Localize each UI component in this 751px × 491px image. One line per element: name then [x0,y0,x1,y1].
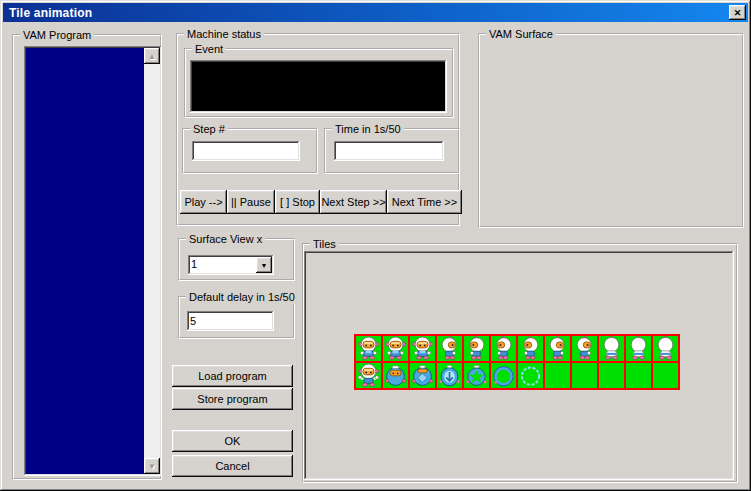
tile-bomber-arms-spread[interactable] [356,363,381,388]
vam-program-scrollbar[interactable]: ▲ ▼ [144,48,160,474]
tile-morph-orb-arrow[interactable] [437,363,462,388]
default-delay-label: Default delay in 1s/50 [186,290,298,304]
tile-grid [354,334,680,390]
tile-empty[interactable] [653,363,678,388]
tile-empty[interactable] [572,363,597,388]
load-program-button[interactable]: Load program [172,365,293,387]
scroll-up-icon: ▲ [148,52,156,61]
cancel-button[interactable]: Cancel [172,455,293,477]
scrollbar-down-button[interactable]: ▼ [144,458,160,474]
surface-view-label: Surface View x [186,232,265,246]
tile-bomber-side-right[interactable] [437,336,462,361]
event-label: Event [192,42,226,56]
transport-controls: Play --> || Pause [ ] Stop Next Step >> … [180,190,462,214]
store-program-button[interactable]: Store program [172,388,293,410]
titlebar[interactable]: Tile animation ✕ [3,3,748,22]
time-input[interactable] [334,141,444,161]
surface-view-value: 1 [191,258,197,270]
vam-surface-group: VAM Surface [478,33,744,228]
tile-bomber-front[interactable] [356,336,381,361]
tile-bomber-side-left[interactable] [464,336,489,361]
next-step-button[interactable]: Next Step >> [320,190,387,214]
ok-button[interactable]: OK [172,430,293,452]
step-label: Step # [190,122,228,136]
tile-bomber-back[interactable] [653,336,678,361]
close-icon: ✕ [734,8,742,18]
event-display [190,60,447,113]
tile-bomber-front[interactable] [410,336,435,361]
default-delay-input[interactable] [187,311,274,331]
close-button[interactable]: ✕ [729,5,746,20]
tile-morph-orb-star[interactable] [464,363,489,388]
dialog-window: Tile animation ✕ VAM Program ▲ ▼ Machine… [0,0,751,491]
tile-bomber-side-left[interactable] [491,336,516,361]
scroll-down-icon: ▼ [148,462,156,471]
pause-button[interactable]: || Pause [227,190,275,214]
tile-bomber-ball-face[interactable] [383,363,408,388]
window-title: Tile animation [9,6,92,20]
time-label: Time in 1s/50 [332,122,404,136]
tile-bomber-side-right[interactable] [545,336,570,361]
tiles-label: Tiles [310,237,339,251]
combobox-dropdown-button[interactable]: ▼ [256,257,272,273]
next-time-button[interactable]: Next Time >> [387,190,462,214]
machine-status-label: Machine status [184,27,264,41]
surface-view-combobox[interactable]: 1 ▼ [188,255,274,275]
tile-bomber-side-right[interactable] [572,336,597,361]
scrollbar-up-button[interactable]: ▲ [144,48,160,64]
tile-empty[interactable] [545,363,570,388]
vam-program-label: VAM Program [20,28,94,42]
tile-bomber-ball-pattern[interactable] [410,363,435,388]
tile-empty[interactable] [626,363,651,388]
chevron-down-icon: ▼ [261,262,268,269]
play-button[interactable]: Play --> [180,190,227,214]
tile-morph-ring-thin[interactable] [518,363,543,388]
tile-bomber-back[interactable] [626,336,651,361]
tile-morph-ring-wide[interactable] [491,363,516,388]
tile-bomber-side-left[interactable] [518,336,543,361]
vam-surface-label: VAM Surface [486,27,556,41]
tile-empty[interactable] [599,363,624,388]
tile-bomber-back[interactable] [599,336,624,361]
step-input[interactable] [192,141,300,161]
vam-program-listbox[interactable]: ▲ ▼ [24,46,162,476]
tile-bomber-front[interactable] [383,336,408,361]
stop-button[interactable]: [ ] Stop [275,190,320,214]
